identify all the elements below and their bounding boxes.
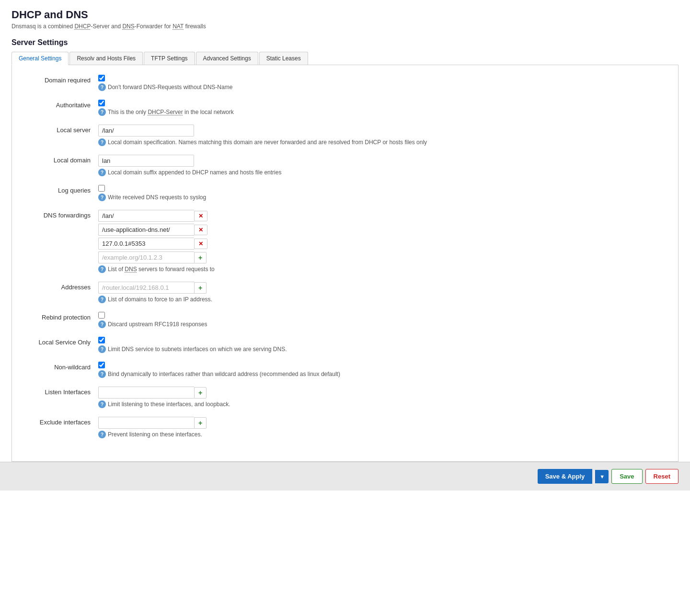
domain-required-checkbox[interactable] xyxy=(98,75,105,81)
exclude-interfaces-label: Exclude interfaces xyxy=(22,417,98,426)
local-service-only-label: Local Service Only xyxy=(22,337,98,346)
local-server-row: Local server ? Local domain specificatio… xyxy=(22,125,668,146)
dns-forwarding-entry-3: ✕ xyxy=(98,238,668,250)
exclude-interfaces-help-icon: ? xyxy=(98,431,106,438)
save-button[interactable]: Save xyxy=(611,469,642,484)
local-domain-input[interactable] xyxy=(98,155,194,167)
listen-interfaces-content: + ? Limit listening to these interfaces,… xyxy=(98,387,668,408)
domain-required-desc: Don't forward DNS-Requests without DNS-N… xyxy=(108,84,232,91)
tabs-bar: General Settings Resolv and Hosts Files … xyxy=(12,52,678,65)
dns-forwarding-remove-1[interactable]: ✕ xyxy=(194,211,207,221)
domain-required-content: ? Don't forward DNS-Requests without DNS… xyxy=(98,75,668,91)
addresses-desc: List of domains to force to an IP addres… xyxy=(108,296,212,303)
local-service-only-row: Local Service Only ? Limit DNS service t… xyxy=(22,337,668,353)
dns-forwarding-entry-2: ✕ xyxy=(98,224,668,236)
addresses-entry: + xyxy=(98,282,668,294)
listen-interfaces-add-button[interactable]: + xyxy=(194,387,207,399)
dns-forwarding-entry-1: ✕ xyxy=(98,210,668,222)
page-title: DHCP and DNS xyxy=(12,9,678,21)
exclude-interfaces-entry: + xyxy=(98,417,668,429)
authoritative-row: Authoritative ? This is the only DHCP-Se… xyxy=(22,100,668,116)
rebind-protection-label: Rebind protection xyxy=(22,312,98,321)
local-domain-content: ? Local domain suffix appended to DHCP n… xyxy=(98,155,668,176)
footer-bar: Save & Apply ▼ Save Reset xyxy=(0,462,690,491)
non-wildcard-label: Non-wildcard xyxy=(22,362,98,371)
addresses-add-button[interactable]: + xyxy=(194,282,207,294)
tab-tftp-settings[interactable]: TFTP Settings xyxy=(144,52,195,65)
exclude-interfaces-content: + ? Prevent listening on these interface… xyxy=(98,417,668,438)
dns-forwarding-input-1[interactable] xyxy=(98,210,194,222)
exclude-interfaces-desc: Prevent listening on these interfaces. xyxy=(108,431,202,438)
exclude-interfaces-add-button[interactable]: + xyxy=(194,417,207,429)
addresses-label: Addresses xyxy=(22,282,98,291)
dns-forwarding-remove-2[interactable]: ✕ xyxy=(194,225,207,235)
dns-forwardings-content: ✕ ✕ ✕ + ? List of DNS servers to forward… xyxy=(98,210,668,273)
listen-interfaces-desc: Limit listening to these interfaces, and… xyxy=(108,401,230,408)
domain-required-row: Domain required ? Don't forward DNS-Requ… xyxy=(22,75,668,91)
tab-static-leases[interactable]: Static Leases xyxy=(259,52,308,65)
non-wildcard-row: Non-wildcard ? Bind dynamically to inter… xyxy=(22,362,668,378)
tab-advanced-settings[interactable]: Advanced Settings xyxy=(196,52,258,65)
save-apply-dropdown-button[interactable]: ▼ xyxy=(595,470,609,483)
dns-forwarding-new-input[interactable] xyxy=(98,251,194,263)
local-service-only-desc: Limit DNS service to subnets interfaces … xyxy=(108,346,287,353)
dns-forwarding-input-2[interactable] xyxy=(98,224,194,236)
log-queries-checkbox[interactable] xyxy=(98,185,105,192)
addresses-help-icon: ? xyxy=(98,296,106,303)
dns-forwardings-help-icon: ? xyxy=(98,265,106,273)
local-server-content: ? Local domain specification. Names matc… xyxy=(98,125,668,146)
dns-forwardings-label: DNS forwardings xyxy=(22,210,98,219)
log-queries-content: ? Write received DNS requests to syslog xyxy=(98,185,668,201)
local-domain-desc: Local domain suffix appended to DHCP nam… xyxy=(108,169,281,176)
authoritative-content: ? This is the only DHCP-Server in the lo… xyxy=(98,100,668,116)
save-apply-button[interactable]: Save & Apply xyxy=(538,469,593,484)
local-service-only-content: ? Limit DNS service to subnets interface… xyxy=(98,337,668,353)
dns-forwarding-input-3[interactable] xyxy=(98,238,194,250)
non-wildcard-help-icon: ? xyxy=(98,370,106,378)
non-wildcard-desc: Bind dynamically to interfaces rather th… xyxy=(108,371,340,377)
log-queries-row: Log queries ? Write received DNS request… xyxy=(22,185,668,201)
addresses-row: Addresses + ? List of domains to force t… xyxy=(22,282,668,303)
settings-panel: Domain required ? Don't forward DNS-Requ… xyxy=(12,65,678,462)
local-domain-label: Local domain xyxy=(22,155,98,164)
rebind-protection-content: ? Discard upstream RFC1918 responses xyxy=(98,312,668,328)
dns-forwarding-add-button[interactable]: + xyxy=(194,252,207,263)
reset-button[interactable]: Reset xyxy=(645,469,678,484)
log-queries-label: Log queries xyxy=(22,185,98,194)
local-service-only-checkbox[interactable] xyxy=(98,337,105,343)
listen-interfaces-help-icon: ? xyxy=(98,400,106,408)
section-title: Server Settings xyxy=(12,38,678,47)
authoritative-checkbox[interactable] xyxy=(98,100,105,106)
tab-resolv-hosts[interactable]: Resolv and Hosts Files xyxy=(69,52,143,65)
exclude-interfaces-input[interactable] xyxy=(98,417,194,429)
listen-interfaces-label: Listen Interfaces xyxy=(22,387,98,396)
dns-forwardings-desc: List of DNS servers to forward requests … xyxy=(108,266,215,273)
listen-interfaces-entry: + xyxy=(98,387,668,399)
domain-required-label: Domain required xyxy=(22,75,98,84)
non-wildcard-checkbox[interactable] xyxy=(98,362,105,368)
non-wildcard-content: ? Bind dynamically to interfaces rather … xyxy=(98,362,668,378)
addresses-input[interactable] xyxy=(98,282,194,294)
local-server-label: Local server xyxy=(22,125,98,134)
page-subtitle: Dnsmasq is a combined DHCP-Server and DN… xyxy=(12,23,678,30)
rebind-protection-desc: Discard upstream RFC1918 responses xyxy=(108,321,207,328)
addresses-content: + ? List of domains to force to an IP ad… xyxy=(98,282,668,303)
log-queries-desc: Write received DNS requests to syslog xyxy=(108,194,206,201)
dns-forwarding-remove-3[interactable]: ✕ xyxy=(194,239,207,249)
tab-general-settings[interactable]: General Settings xyxy=(12,52,69,65)
rebind-protection-help-icon: ? xyxy=(98,320,106,328)
local-server-desc: Local domain specification. Names matchi… xyxy=(108,139,427,146)
local-server-input[interactable] xyxy=(98,125,194,137)
exclude-interfaces-row: Exclude interfaces + ? Prevent listening… xyxy=(22,417,668,438)
dns-forwardings-row: DNS forwardings ✕ ✕ ✕ + xyxy=(22,210,668,273)
rebind-protection-checkbox[interactable] xyxy=(98,312,105,319)
listen-interfaces-input[interactable] xyxy=(98,387,194,399)
listen-interfaces-row: Listen Interfaces + ? Limit listening to… xyxy=(22,387,668,408)
local-service-only-help-icon: ? xyxy=(98,345,106,353)
domain-required-help-icon: ? xyxy=(98,83,106,91)
authoritative-label: Authoritative xyxy=(22,100,98,109)
authoritative-help-icon: ? xyxy=(98,108,106,116)
dns-forwarding-new-entry: + xyxy=(98,251,668,263)
authoritative-desc: This is the only DHCP-Server in the loca… xyxy=(108,109,234,115)
local-domain-row: Local domain ? Local domain suffix appen… xyxy=(22,155,668,176)
